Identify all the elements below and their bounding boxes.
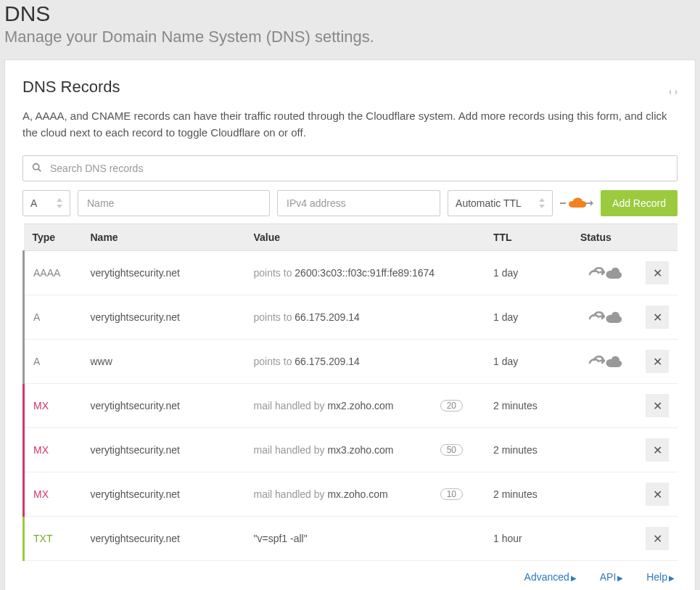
- cloud-off-icon[interactable]: [587, 361, 622, 372]
- close-icon: ✕: [653, 443, 662, 457]
- record-value-cell[interactable]: points to 2600:3c03::f03c:91ff:fe89:1674: [245, 251, 485, 295]
- table-row[interactable]: TXTverytightsecurity.net"v=spf1 -all"1 h…: [24, 517, 678, 561]
- record-type: MX: [33, 444, 49, 456]
- search-input-wrapper[interactable]: [22, 155, 678, 181]
- delete-record-button[interactable]: ✕: [646, 527, 669, 550]
- table-row[interactable]: MXverytightsecurity.netmail handled by m…: [24, 472, 678, 517]
- record-status: [572, 428, 637, 472]
- record-value-prefix: mail handled by: [254, 400, 328, 411]
- record-value-cell[interactable]: points to 66.175.209.14: [245, 295, 485, 340]
- record-type: TXT: [33, 533, 52, 544]
- record-value-cell[interactable]: "v=spf1 -all": [245, 517, 485, 561]
- record-value: 2600:3c03::f03c:91ff:fe89:1674: [295, 267, 435, 279]
- record-value-prefix: mail handled by: [254, 444, 328, 456]
- record-type: AAAA: [33, 267, 60, 279]
- record-name[interactable]: verytightsecurity.net: [82, 251, 245, 295]
- dns-records-table: Type Name Value TTL Status AAAAverytight…: [22, 224, 678, 561]
- record-status: [572, 384, 637, 428]
- record-value: "v=spf1 -all": [254, 533, 308, 544]
- record-name[interactable]: verytightsecurity.net: [82, 384, 245, 428]
- record-name[interactable]: verytightsecurity.net: [82, 428, 245, 472]
- search-input[interactable]: [49, 162, 668, 175]
- close-icon: ✕: [653, 399, 662, 413]
- record-ttl[interactable]: 1 day: [485, 251, 572, 295]
- chevron-right-icon: ▶: [617, 574, 623, 582]
- record-name[interactable]: verytightsecurity.net: [82, 517, 245, 561]
- record-value-prefix: points to: [254, 311, 295, 323]
- col-header-status: Status: [572, 224, 637, 251]
- priority-badge: 10: [440, 488, 463, 500]
- record-status[interactable]: [572, 251, 637, 295]
- delete-record-button[interactable]: ✕: [646, 394, 669, 417]
- record-value-cell[interactable]: mail handled by mx.zoho.com10: [245, 472, 485, 517]
- ttl-select[interactable]: Automatic TTL: [448, 190, 553, 216]
- delete-record-button[interactable]: ✕: [646, 261, 669, 284]
- record-type-select[interactable]: A: [22, 190, 70, 216]
- record-value: mx2.zoho.com: [327, 400, 393, 411]
- chevron-right-icon: ▶: [571, 574, 577, 582]
- panel-description: A, AAAA, and CNAME records can have thei…: [22, 108, 678, 141]
- page-title: DNS: [4, 0, 696, 26]
- drag-handle-icon[interactable]: [669, 87, 678, 99]
- record-value-input-wrapper[interactable]: [277, 190, 440, 216]
- cloud-proxy-toggle[interactable]: [560, 194, 593, 212]
- chevron-sort-icon: [539, 198, 545, 208]
- record-value-cell[interactable]: mail handled by mx2.zoho.com20: [245, 384, 485, 428]
- table-row[interactable]: AAAAverytightsecurity.netpoints to 2600:…: [24, 251, 678, 295]
- record-name[interactable]: www: [82, 340, 245, 384]
- record-value-prefix: points to: [254, 356, 295, 367]
- cloud-off-icon[interactable]: [587, 316, 622, 328]
- record-ttl[interactable]: 1 day: [485, 340, 572, 384]
- record-ttl[interactable]: 1 hour: [485, 517, 572, 561]
- close-icon: ✕: [653, 532, 662, 546]
- delete-record-button[interactable]: ✕: [646, 306, 669, 329]
- record-name-input-wrapper[interactable]: [78, 190, 270, 216]
- record-value-cell[interactable]: points to 66.175.209.14: [245, 340, 485, 384]
- record-status[interactable]: [572, 295, 637, 340]
- col-header-name: Name: [82, 224, 245, 251]
- record-ttl[interactable]: 2 minutes: [485, 472, 572, 517]
- delete-record-button[interactable]: ✕: [646, 438, 669, 462]
- panel-footer-links: Advanced▶ API▶ Help▶: [22, 561, 678, 587]
- record-type: MX: [33, 400, 49, 411]
- table-row[interactable]: MXverytightsecurity.netmail handled by m…: [24, 428, 678, 472]
- record-type: A: [33, 311, 40, 323]
- record-ttl[interactable]: 2 minutes: [485, 384, 572, 428]
- record-ttl[interactable]: 1 day: [485, 295, 572, 340]
- close-icon: ✕: [653, 355, 662, 369]
- record-ttl[interactable]: 2 minutes: [485, 428, 572, 472]
- priority-badge: 20: [440, 400, 463, 411]
- record-status: [572, 517, 637, 561]
- cloud-off-icon[interactable]: [587, 272, 622, 284]
- record-value: 66.175.209.14: [295, 356, 360, 367]
- add-record-row: A Automatic TTL: [22, 190, 678, 216]
- record-value-prefix: points to: [254, 267, 295, 279]
- record-type: A: [33, 356, 40, 367]
- record-value: mx.zoho.com: [327, 488, 387, 500]
- close-icon: ✕: [653, 266, 662, 280]
- col-header-type: Type: [24, 224, 82, 251]
- chevron-right-icon: ▶: [669, 574, 675, 582]
- record-name[interactable]: verytightsecurity.net: [82, 295, 245, 340]
- record-name[interactable]: verytightsecurity.net: [82, 472, 245, 517]
- svg-line-1: [38, 169, 41, 171]
- page-subtitle: Manage your Domain Name System (DNS) set…: [4, 28, 696, 46]
- record-name-input[interactable]: [86, 197, 262, 210]
- record-type-value: A: [30, 197, 37, 209]
- table-row[interactable]: Averytightsecurity.netpoints to 66.175.2…: [24, 295, 678, 340]
- delete-record-button[interactable]: ✕: [646, 483, 669, 506]
- advanced-link[interactable]: Advanced▶: [524, 571, 577, 583]
- record-value-cell[interactable]: mail handled by mx3.zoho.com50: [245, 428, 485, 472]
- table-row[interactable]: MXverytightsecurity.netmail handled by m…: [24, 384, 678, 428]
- delete-record-button[interactable]: ✕: [646, 350, 669, 373]
- help-link[interactable]: Help▶: [646, 571, 675, 583]
- add-record-button[interactable]: Add Record: [601, 190, 678, 216]
- table-row[interactable]: Awwwpoints to 66.175.209.141 day✕: [24, 340, 678, 384]
- priority-badge: 50: [440, 444, 463, 456]
- record-value: mx3.zoho.com: [327, 444, 393, 456]
- record-value-input[interactable]: [285, 197, 432, 210]
- api-link[interactable]: API▶: [600, 571, 624, 583]
- svg-point-0: [33, 164, 39, 170]
- col-header-value: Value: [245, 224, 485, 251]
- record-status[interactable]: [572, 340, 637, 384]
